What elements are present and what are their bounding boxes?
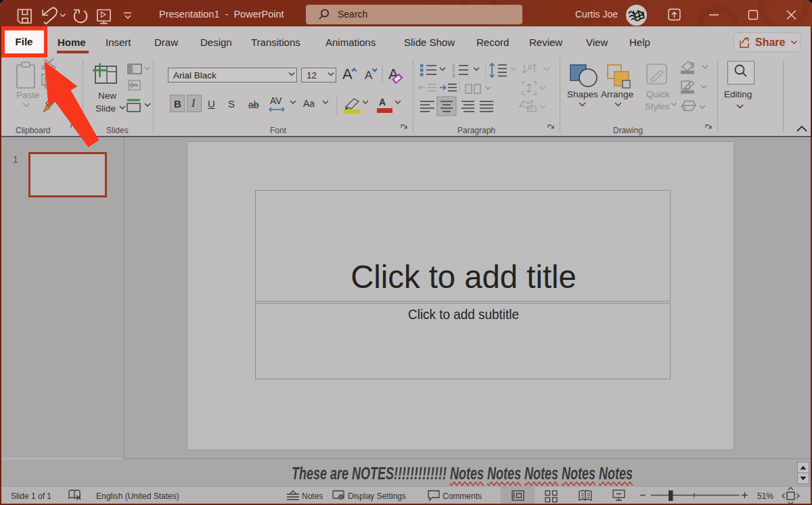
svg-text:3: 3 — [452, 72, 455, 78]
svg-text:2: 2 — [452, 68, 455, 74]
svg-text:1: 1 — [452, 63, 455, 69]
svg-text:A: A — [527, 64, 533, 72]
